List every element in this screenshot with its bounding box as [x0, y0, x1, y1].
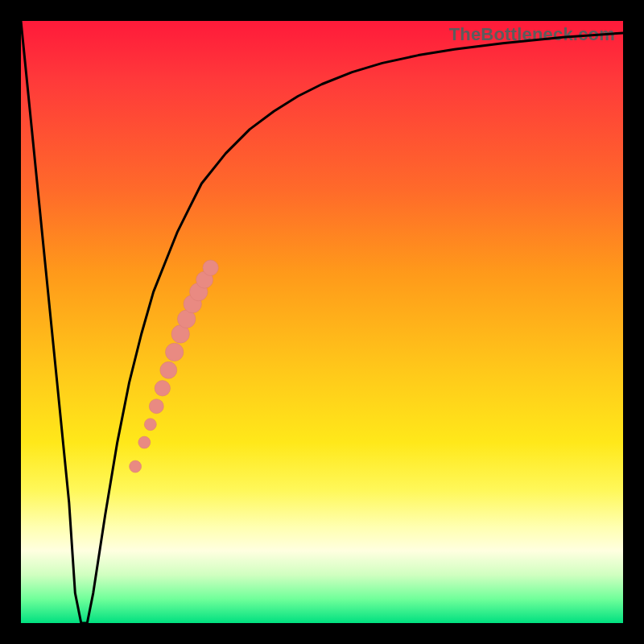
bottleneck-curve	[21, 21, 623, 623]
curve-marker	[130, 460, 142, 473]
plot-area: TheBottleneck.com	[21, 21, 623, 623]
curve-marker	[138, 436, 151, 448]
curve-marker	[166, 343, 184, 361]
curve-marker	[160, 361, 177, 378]
chart-svg	[21, 21, 623, 623]
curve-marker	[155, 381, 170, 396]
chart-frame: TheBottleneck.com	[0, 0, 644, 644]
curve-markers	[130, 260, 219, 473]
curve-marker	[144, 419, 156, 431]
curve-marker	[203, 260, 218, 275]
curve-marker	[149, 399, 163, 414]
